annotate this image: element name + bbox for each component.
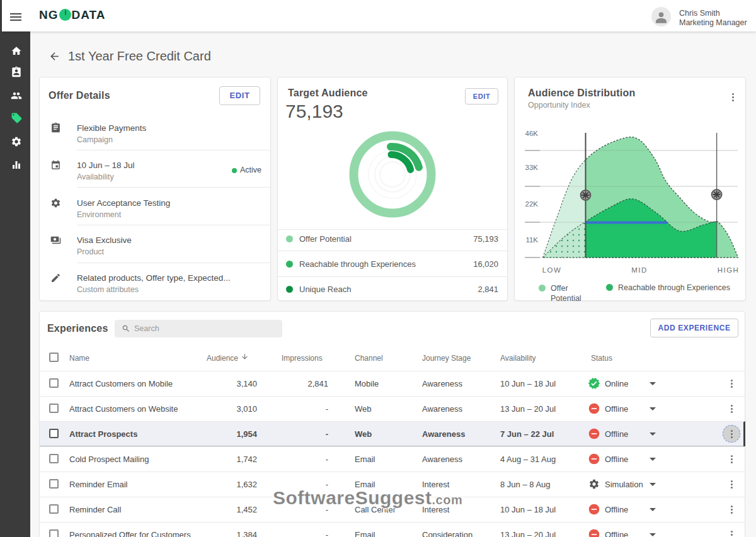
svg-text:33K: 33K xyxy=(525,164,539,171)
svg-text:HIGH: HIGH xyxy=(718,266,740,274)
svg-text:46K: 46K xyxy=(525,130,539,137)
svg-text:LOW: LOW xyxy=(542,266,562,274)
svg-text:22K: 22K xyxy=(525,200,539,208)
svg-text:11K: 11K xyxy=(525,236,538,244)
svg-text:MID: MID xyxy=(631,266,648,274)
